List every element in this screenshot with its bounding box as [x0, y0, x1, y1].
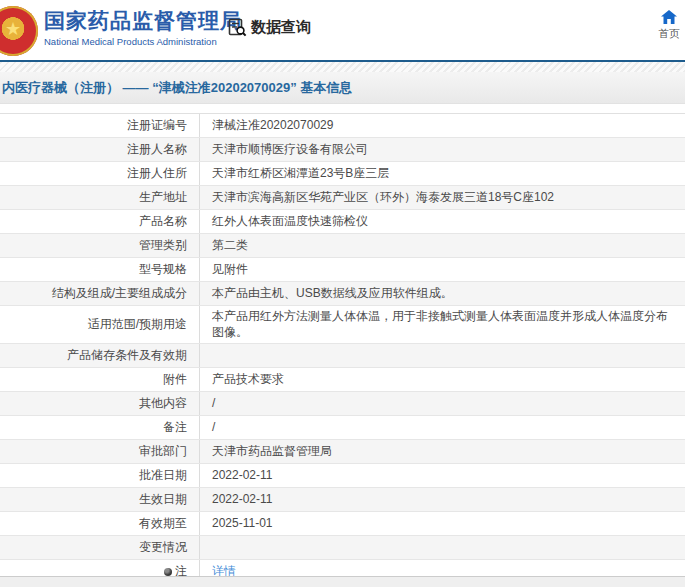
- field-value: 天津市药品监督管理局: [200, 440, 685, 463]
- page: ★ 国家药品监督管理局 National Medical Products Ad…: [0, 0, 685, 587]
- field-label: 批准日期: [0, 464, 200, 487]
- field-value: [200, 344, 685, 367]
- field-label: 生效日期: [0, 488, 200, 511]
- field-value: 第二类: [200, 234, 685, 257]
- field-label: 型号规格: [0, 258, 200, 281]
- table-row: 批准日期2022-02-11: [0, 464, 685, 488]
- field-value: 津械注准20202070029: [200, 114, 685, 137]
- field-label-text: 变更情况: [139, 540, 187, 556]
- field-value: 2022-02-11: [200, 488, 685, 511]
- field-label: 产品名称: [0, 210, 200, 233]
- table-row: 变更情况: [0, 536, 685, 560]
- national-emblem-icon: ★: [0, 6, 38, 56]
- table-row: 产品储存条件及有效期: [0, 344, 685, 368]
- table-row: 注册人住所天津市红桥区湘潭道23号B座三层: [0, 162, 685, 186]
- field-label-text: 注册人住所: [127, 166, 187, 182]
- table-row: 型号规格见附件: [0, 258, 685, 282]
- decorative-hatch-band: [0, 62, 685, 72]
- table-row: 附件产品技术要求: [0, 368, 685, 392]
- field-label: 适用范围/预期用途: [0, 306, 200, 343]
- field-label-text: 附件: [163, 372, 187, 388]
- field-label: 管理类别: [0, 234, 200, 257]
- field-label-text: 结构及组成/主要组成成分: [52, 286, 187, 302]
- field-label: 注册人住所: [0, 162, 200, 185]
- home-nav[interactable]: 首页: [654, 10, 684, 41]
- field-value: 2025-11-01: [200, 512, 685, 535]
- table-row: 生产地址天津市滨海高新区华苑产业区（环外）海泰发展三道18号C座102: [0, 186, 685, 210]
- table-row: 其他内容/: [0, 392, 685, 416]
- table-row: 生效日期2022-02-11: [0, 488, 685, 512]
- field-value: 天津市红桥区湘潭道23号B座三层: [200, 162, 685, 185]
- table-row: 审批部门天津市药品监督管理局: [0, 440, 685, 464]
- table-row: 备注/: [0, 416, 685, 440]
- site-subtitle: National Medical Products Administration: [44, 36, 242, 47]
- field-label: 其他内容: [0, 392, 200, 415]
- field-label: 注册证编号: [0, 114, 200, 137]
- table-row: 适用范围/预期用途本产品用红外方法测量人体体温，用于非接触式测量人体表面温度并形…: [0, 306, 685, 344]
- registration-info-table: 注册证编号津械注准20202070029注册人名称天津市顺博医疗设备有限公司注册…: [0, 113, 685, 584]
- field-label: 备注: [0, 416, 200, 439]
- field-value: 本产品用红外方法测量人体体温，用于非接触式测量人体表面温度并形成人体温度分布图像…: [200, 306, 685, 343]
- field-label-text: 审批部门: [139, 444, 187, 460]
- field-value: 2022-02-11: [200, 464, 685, 487]
- table-row: 产品名称红外人体表面温度快速筛检仪: [0, 210, 685, 234]
- spacer: [0, 104, 685, 113]
- field-label-text: 产品储存条件及有效期: [67, 348, 187, 364]
- field-label: 结构及组成/主要组成成分: [0, 282, 200, 305]
- note-bullet-icon: [164, 568, 172, 576]
- field-value: 天津市顺博医疗设备有限公司: [200, 138, 685, 161]
- field-label: 有效期至: [0, 512, 200, 535]
- field-value: 产品技术要求: [200, 368, 685, 391]
- field-label: 生产地址: [0, 186, 200, 209]
- field-value: /: [200, 392, 685, 415]
- field-label-text: 生效日期: [139, 492, 187, 508]
- field-label: 审批部门: [0, 440, 200, 463]
- emblem-star-icon: ★: [5, 20, 21, 38]
- field-label-text: 产品名称: [139, 214, 187, 230]
- field-label-text: 适用范围/预期用途: [88, 317, 187, 333]
- home-label: 首页: [654, 27, 684, 41]
- field-label: 产品储存条件及有效期: [0, 344, 200, 367]
- field-label-text: 有效期至: [139, 516, 187, 532]
- table-row: 注册证编号津械注准20202070029: [0, 114, 685, 138]
- table-row: 注册人名称天津市顺博医疗设备有限公司: [0, 138, 685, 162]
- field-value: 天津市滨海高新区华苑产业区（环外）海泰发展三道18号C座102: [200, 186, 685, 209]
- field-value: 红外人体表面温度快速筛检仪: [200, 210, 685, 233]
- field-value: 本产品由主机、USB数据线及应用软件组成。: [200, 282, 685, 305]
- field-label-text: 注册人名称: [127, 142, 187, 158]
- field-label-text: 其他内容: [139, 396, 187, 412]
- field-value: /: [200, 416, 685, 439]
- field-label: 变更情况: [0, 536, 200, 559]
- footer-band: [0, 576, 685, 587]
- field-label: 附件: [0, 368, 200, 391]
- field-label-text: 批准日期: [139, 468, 187, 484]
- data-query-label: 数据查询: [251, 18, 311, 37]
- site-title: 国家药品监督管理局: [44, 8, 242, 34]
- field-label-text: 备注: [163, 420, 187, 436]
- home-icon: [654, 10, 684, 24]
- field-label: 注册人名称: [0, 138, 200, 161]
- site-header: ★ 国家药品监督管理局 National Medical Products Ad…: [0, 0, 685, 62]
- field-label-text: 型号规格: [139, 262, 187, 278]
- document-search-icon: [228, 18, 247, 37]
- page-title: 内医疗器械（注册） —— “津械注准20202070029” 基本信息: [2, 79, 352, 97]
- table-row: 有效期至2025-11-01: [0, 512, 685, 536]
- field-label-text: 管理类别: [139, 238, 187, 254]
- field-value: 见附件: [200, 258, 685, 281]
- field-label-text: 注册证编号: [127, 118, 187, 134]
- field-value: [200, 536, 685, 559]
- data-query-nav[interactable]: 数据查询: [228, 18, 311, 37]
- breadcrumb: 内医疗器械（注册） —— “津械注准20202070029” 基本信息: [0, 72, 685, 104]
- site-logo[interactable]: 国家药品监督管理局 National Medical Products Admi…: [44, 8, 242, 47]
- field-label-text: 生产地址: [139, 190, 187, 206]
- table-row: 管理类别第二类: [0, 234, 685, 258]
- table-row: 结构及组成/主要组成成分本产品由主机、USB数据线及应用软件组成。: [0, 282, 685, 306]
